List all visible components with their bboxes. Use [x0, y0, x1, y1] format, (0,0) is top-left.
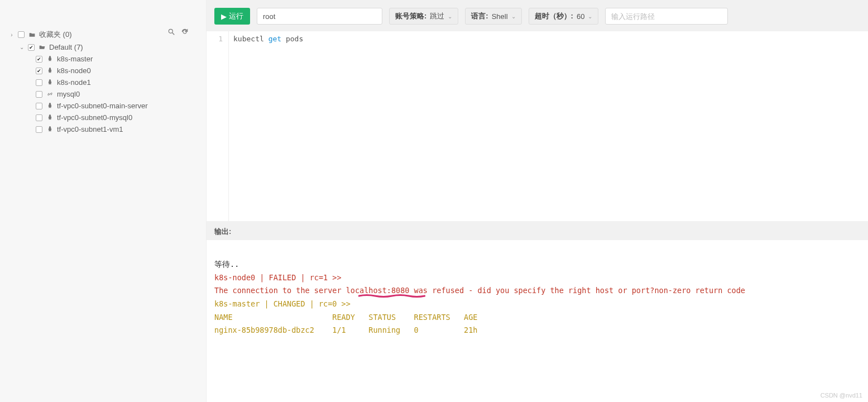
tree-item-label: k8s-node1	[57, 78, 91, 87]
play-icon: ▶	[221, 12, 227, 21]
tree-item-label: tf-vpc0-subnet0-main-server	[57, 102, 148, 110]
tree-default[interactable]: ⌄ Default (7)	[9, 41, 200, 53]
tree-item-label: k8s-master	[57, 55, 93, 63]
checkbox[interactable]	[36, 79, 42, 86]
line-number: 1	[207, 35, 223, 43]
output-panel: 等待.. k8s-node0 | FAILED | rc=1 >> The co…	[207, 240, 868, 402]
output-table-row: nginx-85b98978db-dbzc2 1/1 Running 0 21h	[214, 324, 860, 337]
chevron-down-icon: ⌄	[448, 13, 452, 20]
folder-open-icon	[38, 44, 46, 51]
tree: › 收藏夹 (0) ⌄ Default (7) k8s-masterk8s-no…	[9, 28, 200, 135]
tree-item[interactable]: k8s-node1	[9, 76, 200, 88]
code-editor[interactable]: 1 kubectl get pods	[207, 31, 868, 221]
output-label: 输出:	[207, 221, 868, 240]
run-button[interactable]: ▶ 运行	[214, 8, 250, 25]
chevron-down-icon: ⌄	[588, 13, 592, 20]
run-path-input[interactable]	[605, 8, 728, 25]
output-fail-header: k8s-node0 | FAILED | rc=1 >>	[214, 271, 860, 285]
tree-label: Default (7)	[49, 43, 83, 51]
checkbox[interactable]	[28, 44, 35, 51]
checkbox[interactable]	[36, 68, 42, 74]
linux-icon	[46, 126, 54, 133]
tree-item[interactable]: tf-vpc0-subnet0-mysql0	[9, 112, 200, 123]
user-input[interactable]	[257, 8, 382, 25]
link-icon	[46, 90, 54, 98]
checkbox[interactable]	[36, 56, 42, 63]
timeout-dropdown[interactable]: 超时（秒）: 60 ⌄	[529, 8, 599, 25]
svg-point-0	[169, 29, 172, 33]
chevron-down-icon: ⌄	[511, 13, 516, 20]
search-icon[interactable]	[167, 28, 175, 37]
checkbox[interactable]	[36, 103, 42, 109]
main: ▶ 运行 账号策略: 跳过 ⌄ 语言: Shell ⌄ 超时（秒）: 60 ⌄	[207, 0, 868, 402]
dd-value: Shell	[492, 12, 508, 21]
tree-label: 收藏夹 (0)	[39, 30, 72, 40]
checkbox[interactable]	[36, 114, 42, 121]
annotation-underline	[358, 294, 425, 296]
checkbox[interactable]	[36, 126, 42, 133]
tree-item-label: k8s-node0	[57, 66, 91, 75]
output-fail-message: The connection to the server localhost:8…	[214, 284, 860, 298]
checkbox[interactable]	[18, 31, 25, 38]
chevron-down-icon[interactable]: ⌄	[19, 44, 25, 50]
output-wait: 等待..	[214, 258, 860, 271]
folder-icon	[28, 31, 36, 39]
tree-item[interactable]: tf-vpc0-subnet0-main-server	[9, 100, 200, 112]
language-dropdown[interactable]: 语言: Shell ⌄	[465, 8, 521, 25]
dd-value: 60	[577, 12, 584, 21]
tree-item[interactable]: k8s-node0	[9, 65, 200, 76]
linux-icon	[46, 102, 54, 109]
toolbar: ▶ 运行 账号策略: 跳过 ⌄ 语言: Shell ⌄ 超时（秒）: 60 ⌄	[207, 0, 868, 31]
dd-label: 账号策略:	[395, 11, 426, 21]
linux-icon	[46, 55, 54, 63]
tree-item-label: tf-vpc0-subnet0-mysql0	[57, 113, 132, 122]
output-ok-header: k8s-master | CHANGED | rc=0 >>	[214, 298, 860, 311]
linux-icon	[46, 114, 54, 121]
tree-item[interactable]: k8s-master	[9, 53, 200, 65]
account-policy-dropdown[interactable]: 账号策略: 跳过 ⌄	[389, 8, 458, 25]
run-label: 运行	[229, 11, 243, 21]
chevron-right-icon[interactable]: ›	[9, 32, 15, 38]
refresh-icon[interactable]	[181, 28, 189, 37]
code-line: kubectl get pods	[229, 31, 303, 221]
linux-icon	[46, 67, 54, 74]
dd-label: 语言:	[471, 11, 488, 21]
tree-item-label: tf-vpc0-subnet1-vm1	[57, 125, 123, 133]
tree-item[interactable]: mysql0	[9, 88, 200, 100]
sidebar: › 收藏夹 (0) ⌄ Default (7) k8s-masterk8s-no…	[0, 0, 207, 402]
output-table-header: NAME READY STATUS RESTARTS AGE	[214, 311, 860, 324]
checkbox[interactable]	[36, 91, 42, 98]
gutter: 1	[207, 31, 229, 221]
dd-label: 超时（秒）:	[535, 11, 573, 21]
linux-icon	[46, 79, 54, 86]
dd-value: 跳过	[430, 11, 444, 21]
tree-item[interactable]: tf-vpc0-subnet1-vm1	[9, 123, 200, 135]
watermark: CSDN @nvd11	[821, 392, 862, 399]
tree-item-label: mysql0	[57, 90, 80, 98]
svg-line-1	[172, 33, 175, 35]
